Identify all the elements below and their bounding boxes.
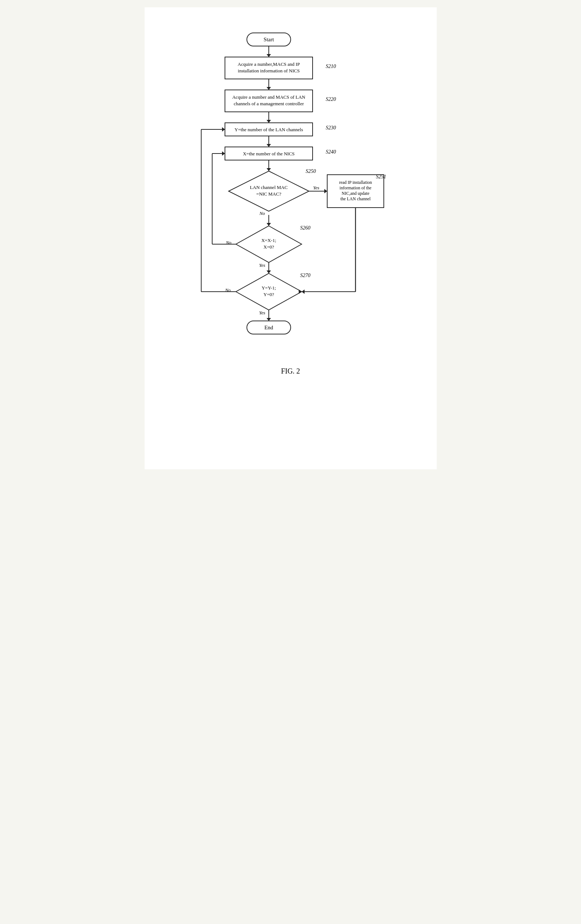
svg-marker-65	[299, 289, 302, 294]
fig-caption: FIG. 2	[281, 367, 300, 375]
svg-text:Y=Y-1;: Y=Y-1;	[262, 285, 276, 290]
svg-text:Yes: Yes	[313, 185, 319, 190]
svg-text:LAN channel MAC: LAN channel MAC	[250, 185, 287, 190]
svg-marker-25	[267, 168, 271, 171]
svg-text:channels of a management contr: channels of a management controller	[233, 101, 304, 106]
svg-text:Yes: Yes	[259, 310, 265, 315]
svg-marker-15	[267, 120, 271, 123]
svg-text:S251: S251	[376, 174, 386, 180]
svg-text:Y=the number of the LAN channe: Y=the number of the LAN channels	[234, 127, 303, 132]
svg-text:=NIC MAC?: =NIC MAC?	[256, 191, 281, 196]
svg-text:S250: S250	[306, 168, 316, 174]
svg-text:the LAN channel: the LAN channel	[340, 196, 371, 201]
svg-text:Yes: Yes	[259, 262, 265, 268]
page: StartAcquire a number,MACS and IPinstall…	[145, 7, 437, 469]
svg-text:X=the number of the NICS: X=the number of the NICS	[243, 151, 295, 157]
svg-marker-66	[302, 289, 304, 294]
svg-marker-9	[267, 87, 271, 90]
svg-text:S270: S270	[300, 273, 310, 278]
svg-text:S260: S260	[300, 225, 310, 231]
svg-text:installation information of NI: installation information of NICS	[238, 68, 300, 73]
svg-text:Start: Start	[263, 36, 274, 42]
svg-marker-70	[222, 127, 225, 132]
svg-text:S220: S220	[326, 96, 336, 102]
svg-text:Acquire a number and MACS of L: Acquire a number and MACS of LAN	[232, 94, 305, 100]
svg-text:No: No	[259, 211, 265, 216]
svg-text:S230: S230	[326, 125, 336, 130]
flowchart-svg: StartAcquire a number,MACS and IPinstall…	[156, 22, 426, 356]
svg-marker-41	[267, 223, 271, 226]
svg-marker-51	[222, 151, 225, 156]
svg-text:End: End	[264, 325, 273, 330]
svg-text:NIC,and update: NIC,and update	[341, 191, 369, 196]
svg-marker-3	[267, 54, 271, 57]
svg-text:X=0?: X=0?	[263, 244, 274, 250]
svg-marker-20	[267, 144, 271, 147]
svg-text:Y=0?: Y=0?	[263, 292, 274, 297]
svg-text:S210: S210	[326, 64, 336, 69]
svg-text:S240: S240	[326, 149, 336, 155]
svg-marker-72	[267, 318, 271, 321]
svg-text:read IP installation: read IP installation	[339, 180, 372, 185]
svg-marker-54	[267, 271, 271, 273]
svg-marker-33	[324, 189, 327, 193]
svg-text:Acquire a number,MACS and IP: Acquire a number,MACS and IP	[237, 61, 300, 67]
svg-text:information of the: information of the	[339, 185, 371, 190]
svg-text:X=X-1;: X=X-1;	[261, 238, 276, 243]
